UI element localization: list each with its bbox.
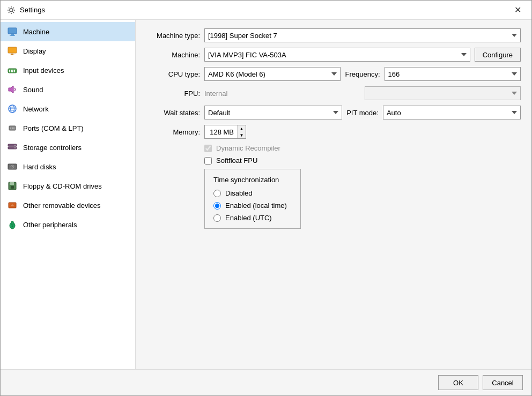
svg-rect-8 [9, 70, 10, 71]
frequency-label: Frequency: [345, 70, 380, 78]
memory-label: Memory: [146, 128, 200, 136]
softfloat-fpu-row: Softfloat FPU [146, 156, 521, 165]
svg-point-28 [14, 147, 16, 148]
spinbox-buttons: ▲ ▼ [237, 125, 246, 138]
machine-select[interactable]: [VIA MVP3] FIC VA-503A [204, 48, 470, 62]
wait-states-select[interactable]: Default [204, 106, 342, 119]
spinbox-up-button[interactable]: ▲ [237, 125, 246, 132]
svg-rect-6 [10, 55, 14, 55]
sidebar-label-floppy: Floppy & CD-ROM drives [23, 182, 102, 190]
time-sync-utc-radio[interactable] [213, 214, 221, 222]
sidebar-item-floppy[interactable]: Floppy & CD-ROM drives [1, 176, 135, 196]
sidebar-label-network: Network [23, 105, 49, 113]
time-sync-group: Time synchronization Disabled Enabled (l… [204, 169, 301, 229]
cpu-type-select[interactable]: AMD K6 (Model 6) [204, 67, 341, 81]
cpu-type-row: CPU type: AMD K6 (Model 6) Frequency: 16… [146, 67, 521, 81]
svg-point-22 [10, 128, 11, 129]
svg-rect-4 [8, 47, 17, 53]
dynamic-recompiler-row: Dynamic Recompiler [146, 144, 521, 152]
ports-icon [7, 123, 18, 133]
time-sync-local-radio[interactable] [213, 202, 221, 210]
input-icon [7, 65, 18, 76]
sound-icon [7, 84, 18, 95]
settings-window: Settings ✕ Machine [0, 0, 532, 396]
main-panel: Machine type: [1998] Super Socket 7 Mach… [136, 20, 531, 369]
svg-point-23 [12, 128, 13, 129]
sidebar-label-display: Display [23, 47, 46, 55]
sidebar-label-storage: Storage controllers [23, 144, 82, 152]
sidebar-item-sound[interactable]: Sound [1, 80, 135, 99]
sidebar-item-network[interactable]: Network [1, 99, 135, 118]
pit-mode-select-wrapper: Auto [383, 106, 521, 119]
svg-rect-3 [10, 35, 15, 36]
storage-icon [7, 142, 18, 153]
removable-icon [7, 200, 18, 211]
svg-point-39 [12, 226, 13, 227]
title-bar: Settings ✕ [1, 1, 531, 20]
svg-rect-13 [11, 71, 13, 72]
sidebar-label-peripherals: Other peripherals [23, 221, 77, 229]
sidebar-item-storage[interactable]: Storage controllers [1, 138, 135, 157]
svg-rect-9 [11, 70, 12, 71]
svg-rect-12 [9, 71, 10, 72]
machine-type-row: Machine type: [1998] Super Socket 7 [146, 28, 521, 42]
content-area: Machine Display [1, 20, 531, 369]
frequency-select[interactable]: 166 [385, 67, 521, 81]
time-sync-utc-label: Enabled (UTC) [225, 214, 272, 222]
wait-states-label: Wait states: [146, 109, 200, 117]
fpu-dropdown-wrapper [365, 86, 521, 100]
settings-icon [7, 6, 16, 14]
sidebar-item-machine[interactable]: Machine [1, 22, 135, 41]
time-sync-disabled-label: Disabled [225, 189, 253, 197]
machine-type-label: Machine type: [146, 32, 200, 40]
network-icon [7, 103, 18, 114]
dynamic-recompiler-checkbox[interactable] [204, 145, 212, 152]
ok-button[interactable]: OK [438, 375, 478, 390]
fpu-select[interactable] [365, 86, 521, 100]
sidebar-item-ports[interactable]: Ports (COM & LPT) [1, 118, 135, 138]
softfloat-fpu-checkbox[interactable] [204, 157, 212, 165]
svg-rect-14 [14, 71, 15, 72]
memory-row: Memory: ▲ ▼ [146, 125, 521, 139]
fpu-value: Internal [204, 89, 360, 98]
sidebar-item-harddisks[interactable]: Hard disks [1, 157, 135, 176]
machine-select-wrapper: [VIA MVP3] FIC VA-503A [204, 48, 470, 62]
frequency-select-wrapper: 166 [385, 67, 521, 81]
sidebar-label-sound: Sound [23, 86, 43, 94]
sidebar-item-input[interactable]: Input devices [1, 61, 135, 80]
dynamic-recompiler-label: Dynamic Recompiler [216, 144, 280, 152]
svg-rect-10 [12, 70, 13, 71]
peripherals-icon [7, 219, 18, 230]
pit-mode-select[interactable]: Auto [383, 106, 521, 119]
svg-rect-33 [10, 182, 14, 185]
time-sync-disabled-radio[interactable] [213, 190, 221, 197]
svg-marker-15 [9, 86, 13, 93]
cancel-button[interactable]: Cancel [483, 375, 523, 390]
cpu-type-select-wrapper: AMD K6 (Model 6) [204, 67, 341, 81]
sidebar-label-input: Input devices [23, 66, 64, 74]
time-sync-local-row: Enabled (local time) [213, 201, 292, 210]
wait-states-row: Wait states: Default PIT mode: Auto [146, 106, 521, 119]
machine-type-select[interactable]: [1998] Super Socket 7 [204, 28, 521, 42]
sidebar: Machine Display [1, 20, 136, 369]
display-icon [7, 46, 18, 56]
machine-icon [7, 26, 18, 37]
svg-rect-34 [11, 186, 14, 189]
sidebar-label-machine: Machine [23, 28, 49, 36]
svg-point-27 [14, 145, 16, 146]
window-title: Settings [20, 6, 45, 14]
sidebar-item-peripherals[interactable]: Other peripherals [1, 215, 135, 234]
machine-label: Machine: [146, 51, 200, 59]
svg-rect-5 [11, 54, 13, 55]
sidebar-label-harddisks: Hard disks [23, 163, 56, 171]
svg-point-31 [12, 166, 13, 167]
sidebar-item-removable[interactable]: Other removable devices [1, 196, 135, 215]
close-button[interactable]: ✕ [510, 3, 525, 18]
memory-input[interactable] [205, 125, 237, 138]
svg-point-24 [13, 128, 14, 129]
fpu-row: FPU: Internal [146, 86, 521, 100]
spinbox-down-button[interactable]: ▼ [237, 132, 246, 138]
configure-button[interactable]: Configure [475, 48, 521, 62]
machine-row: Machine: [VIA MVP3] FIC VA-503A Configur… [146, 48, 521, 62]
sidebar-item-display[interactable]: Display [1, 41, 135, 61]
